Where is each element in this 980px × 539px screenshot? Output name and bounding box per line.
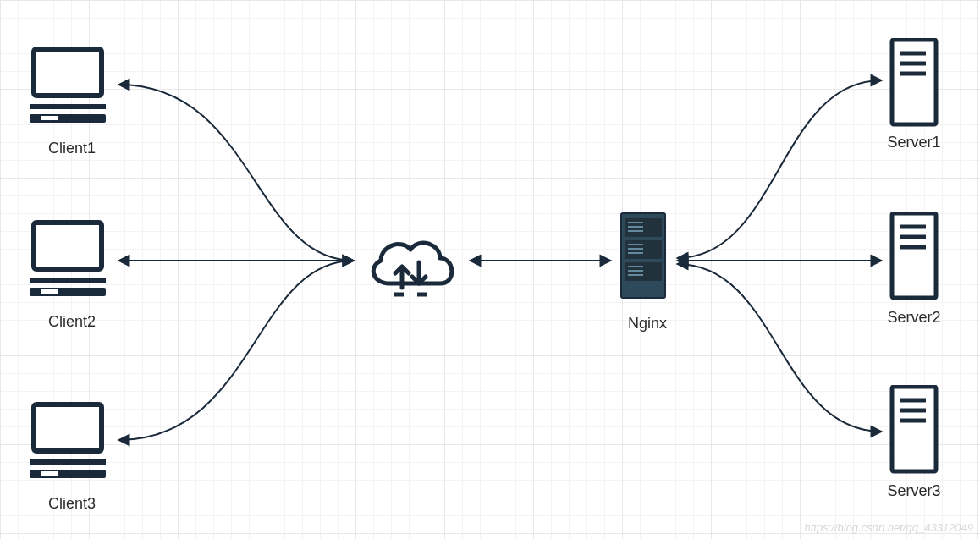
client1-icon xyxy=(25,42,110,130)
server1-label: Server1 xyxy=(880,134,948,151)
client3-label: Client3 xyxy=(38,495,106,513)
client3-icon xyxy=(25,398,110,486)
watermark: https://blog.csdn.net/qq_43312049 xyxy=(805,521,974,534)
client2-label: Client2 xyxy=(38,313,106,331)
server2-icon xyxy=(889,212,939,308)
svg-rect-17 xyxy=(625,262,662,281)
client1-label: Client1 xyxy=(38,140,106,157)
grid-background xyxy=(0,0,980,539)
nginx-server-icon xyxy=(618,212,669,308)
svg-rect-7 xyxy=(41,289,58,294)
svg-rect-16 xyxy=(625,240,662,259)
svg-rect-15 xyxy=(625,218,662,237)
client2-icon xyxy=(25,216,110,304)
svg-rect-0 xyxy=(34,49,102,96)
svg-rect-1 xyxy=(30,104,106,109)
svg-rect-9 xyxy=(30,459,106,465)
svg-rect-3 xyxy=(41,116,58,120)
cloud-icon xyxy=(360,228,461,308)
server3-label: Server3 xyxy=(880,482,948,500)
server3-icon xyxy=(889,385,939,481)
server1-icon xyxy=(889,38,939,135)
nginx-label: Nginx xyxy=(622,315,673,333)
svg-rect-5 xyxy=(30,278,106,283)
svg-rect-8 xyxy=(34,404,102,451)
svg-rect-11 xyxy=(41,471,58,476)
svg-rect-4 xyxy=(34,223,102,269)
server2-label: Server2 xyxy=(880,309,948,327)
